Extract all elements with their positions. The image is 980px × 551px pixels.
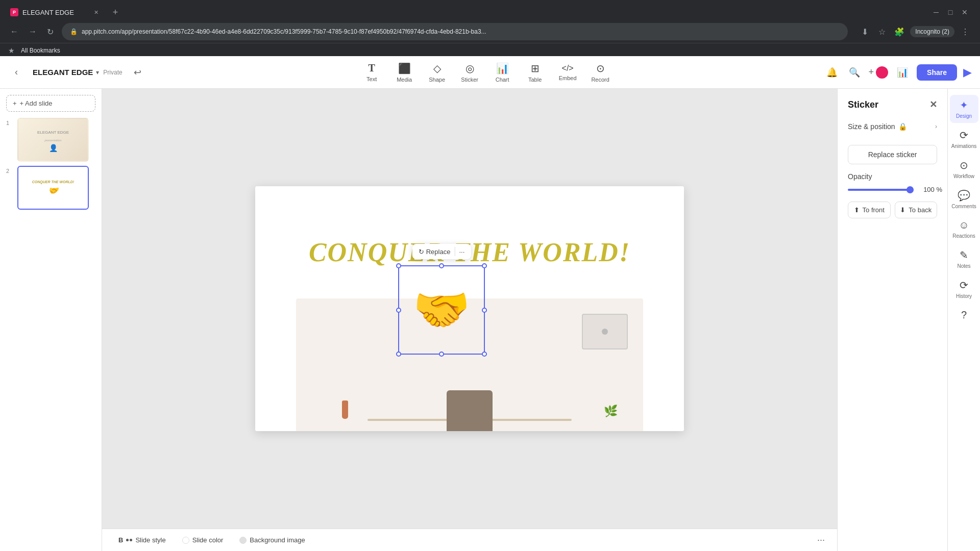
opacity-slider[interactable] (848, 189, 914, 191)
resize-handle-bottom[interactable] (439, 352, 444, 357)
bg-image-label: Background image (250, 536, 305, 544)
sticker-tool-label: Sticker (461, 77, 478, 83)
project-title-area: ELEGANT EDGE ▾ Private (33, 68, 122, 77)
sticker-replace-button[interactable]: ↻ Replace (419, 248, 451, 256)
sidebar-item-notes[interactable]: ✎ Notes (950, 245, 978, 273)
app: ‹ ELEGANT EDGE ▾ Private ↩ T Text ⬛ Medi… (0, 56, 980, 551)
sidebar-item-design[interactable]: ✦ Design (950, 95, 978, 123)
sidebar-item-help[interactable]: ? (950, 305, 978, 325)
to-back-button[interactable]: ⬇ To back (895, 202, 938, 218)
tool-embed[interactable]: </> Embed (553, 61, 582, 84)
chart-analytics-icon[interactable]: 📊 (894, 64, 911, 81)
resize-handle-bottom-right[interactable] (482, 352, 487, 357)
active-tab[interactable]: P ELEGANT EDGE ✕ (4, 4, 106, 20)
main-content: + + Add slide 1 ELEGANT EDGE presentatio… (0, 89, 980, 551)
bottom-more-button[interactable]: ··· (817, 535, 825, 545)
replace-label: Replace (426, 248, 451, 256)
right-properties-panel: Sticker ✕ Size & position 🔒 › Replace st… (837, 89, 980, 551)
chart-tool-icon: 📊 (496, 62, 509, 74)
right-icon-sidebar: ✦ Design ⟳ Animations ⊙ Workflow 💬 Comme… (947, 89, 980, 551)
add-collaborator-button[interactable]: + (869, 66, 889, 79)
sticker-element[interactable]: ↻ Replace ··· (398, 265, 485, 355)
table-tool-label: Table (528, 77, 542, 83)
bookmark-icon[interactable]: ☆ (875, 25, 889, 38)
slide-item-2[interactable]: 2 CONQUER THE WORLD! 🤝 (6, 166, 95, 210)
refresh-button[interactable]: ↻ (45, 25, 56, 39)
panel-content: Sticker ✕ Size & position 🔒 › Replace st… (838, 89, 947, 551)
slides-panel: + + Add slide 1 ELEGANT EDGE presentatio… (0, 89, 102, 551)
size-position-section: Size & position 🔒 › (848, 118, 937, 135)
sticker-toolbar: ↻ Replace ··· (412, 244, 471, 259)
tool-record[interactable]: ⊙ Record (586, 59, 615, 86)
back-nav-button[interactable]: ← (8, 25, 20, 38)
resize-handle-right[interactable] (482, 308, 487, 313)
bold-b-icon: B (118, 536, 123, 544)
tool-sticker[interactable]: ◎ Sticker (455, 59, 484, 86)
sticker-tool-icon: ◎ (465, 62, 474, 74)
extensions-icon[interactable]: 🧩 (893, 25, 906, 38)
panel-title-row: Sticker ✕ (848, 99, 937, 110)
address-input[interactable]: 🔒 app.pitch.com/app/presentation/58f67c2… (62, 23, 848, 40)
bookmarks-label[interactable]: All Bookmarks (21, 47, 60, 54)
incognito-button[interactable]: Incognito (2) (910, 26, 954, 37)
notification-icon[interactable]: 🔔 (824, 64, 840, 81)
resize-handle-top-right[interactable] (482, 263, 487, 268)
tool-chart[interactable]: 📊 Chart (488, 59, 517, 86)
opacity-section: Opacity 100 % (848, 172, 937, 193)
address-bar: ← → ↻ 🔒 app.pitch.com/app/presentation/5… (0, 20, 980, 43)
comments-label: Comments (951, 204, 976, 209)
minimize-button[interactable]: ─ (931, 8, 941, 16)
size-position-header[interactable]: Size & position 🔒 › (848, 118, 937, 135)
slide-thumbnail-1: ELEGANT EDGE presentation 👤 (17, 118, 89, 162)
slide-item-1[interactable]: 1 ELEGANT EDGE presentation 👤 (6, 118, 95, 162)
resize-handle-top-left[interactable] (396, 263, 401, 268)
close-window-button[interactable]: ✕ (960, 8, 970, 16)
back-button[interactable]: ‹ (8, 64, 24, 81)
forward-nav-button[interactable]: → (27, 25, 39, 38)
download-icon[interactable]: ⬇ (858, 25, 871, 38)
slide-canvas[interactable]: CONQUER THE WORLD! � (102, 89, 837, 529)
background-image-button[interactable]: Background image (235, 534, 309, 546)
sticker-more-button[interactable]: ··· (459, 248, 464, 256)
sidebar-item-reactions[interactable]: ☺ Reactions (950, 215, 978, 243)
undo-button[interactable]: ↩ (131, 64, 144, 81)
tool-media[interactable]: ⬛ Media (390, 59, 419, 86)
share-button[interactable]: Share (917, 64, 957, 81)
sidebar-item-animations[interactable]: ⟳ Animations (950, 125, 978, 153)
tool-table[interactable]: ⊞ Table (521, 59, 549, 86)
sticker-image: 🤝 (399, 266, 484, 354)
room-chair (447, 390, 493, 431)
tool-text[interactable]: T Text (357, 59, 386, 85)
room-plant: 🌿 (604, 405, 618, 418)
tool-shape[interactable]: ◇ Shape (423, 59, 451, 86)
resize-handle-bottom-left[interactable] (396, 352, 401, 357)
sidebar-item-workflow[interactable]: ⊙ Workflow (950, 155, 978, 183)
to-front-button[interactable]: ⬆ To front (848, 202, 891, 218)
search-icon[interactable]: 🔍 (846, 64, 863, 81)
new-tab-button[interactable]: + (108, 5, 122, 19)
slide-style-button[interactable]: B Slide style (114, 534, 170, 546)
play-button[interactable]: ▶ (963, 66, 972, 79)
main-toolbar: T Text ⬛ Media ◇ Shape ◎ Sticker 📊 Chart… (157, 59, 816, 86)
panel-close-button[interactable]: ✕ (929, 99, 937, 110)
menu-icon[interactable]: ⋮ (959, 25, 972, 38)
tab-close-button[interactable]: ✕ (92, 8, 100, 16)
shape-tool-label: Shape (429, 77, 445, 83)
add-slide-button[interactable]: + + Add slide (6, 95, 95, 112)
bookmarks-bar: ★ All Bookmarks (0, 43, 980, 57)
slide-number-1: 1 (6, 120, 13, 126)
resize-handle-left[interactable] (396, 308, 401, 313)
bg-image-swatch (239, 537, 247, 544)
resize-handle-top[interactable] (439, 263, 444, 268)
sidebar-item-comments[interactable]: 💬 Comments (950, 185, 978, 213)
sidebar-item-history[interactable]: ⟳ History (950, 275, 978, 303)
to-back-label: To back (909, 206, 932, 214)
slide-thumbnail-2: CONQUER THE WORLD! 🤝 (17, 166, 89, 210)
to-back-icon: ⬇ (900, 206, 905, 214)
animations-icon: ⟳ (960, 129, 968, 141)
maximize-button[interactable]: □ (945, 8, 955, 16)
help-icon: ? (961, 309, 967, 321)
slide-color-button[interactable]: Slide color (178, 534, 228, 546)
project-dropdown-icon[interactable]: ▾ (96, 69, 99, 76)
replace-sticker-button[interactable]: Replace sticker (848, 145, 937, 164)
